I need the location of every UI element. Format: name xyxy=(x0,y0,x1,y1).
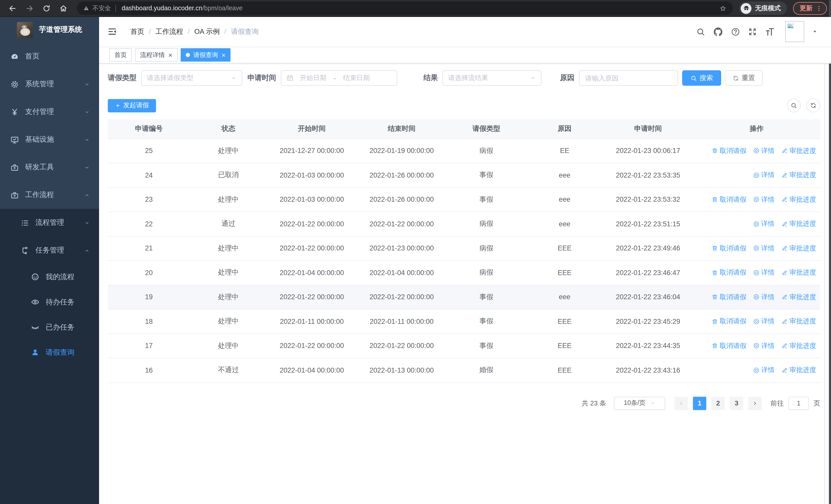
window-edge xyxy=(829,0,831,504)
search-button[interactable]: 搜索 xyxy=(682,70,721,86)
tab-close-icon[interactable]: × xyxy=(168,52,172,58)
reason-input[interactable] xyxy=(585,74,672,82)
table-row[interactable]: 25处理中2021-12-27 00:00:002022-01-19 00:00… xyxy=(108,139,820,163)
tab-process-detail[interactable]: 流程详情× xyxy=(135,48,177,62)
font-size-icon[interactable] xyxy=(765,26,775,37)
header-search-icon[interactable] xyxy=(696,27,705,36)
action-progress[interactable]: 审批进度 xyxy=(781,341,816,350)
leave-type-select[interactable]: 请选择请假类型 xyxy=(141,70,242,86)
action-progress[interactable]: 审批进度 xyxy=(781,268,816,277)
browser-home-icon[interactable] xyxy=(59,4,68,12)
scrollbar-gutter[interactable] xyxy=(824,17,829,504)
user-avatar[interactable] xyxy=(785,21,804,42)
browser-back-icon[interactable] xyxy=(8,4,17,12)
action-cancel[interactable]: 取消请假 xyxy=(711,268,746,277)
table-row[interactable]: 20处理中2022-01-04 00:00:002022-01-04 00:00… xyxy=(108,261,820,285)
action-progress[interactable]: 审批进度 xyxy=(781,219,816,228)
table-row[interactable]: 21处理中2022-01-22 00:00:002022-01-23 00:00… xyxy=(108,236,820,261)
page-button-2[interactable]: 2 xyxy=(711,396,725,410)
reset-button[interactable]: 重置 xyxy=(725,70,763,86)
action-progress[interactable]: 审批进度 xyxy=(781,243,816,253)
address-bar[interactable]: 不安全 dashboard.yudao.iocoder.cn/bpm/oa/le… xyxy=(77,2,733,15)
sidebar-item-system[interactable]: 系统管理 xyxy=(0,70,99,98)
table-row[interactable]: 17处理中2022-01-22 00:00:002022-01-22 00:00… xyxy=(108,334,820,358)
sidebar-item-payment[interactable]: 支付管理 xyxy=(0,98,99,126)
action-detail[interactable]: 详情 xyxy=(753,219,775,228)
date-range-picker[interactable]: 开始日期 - 结束日期 xyxy=(281,70,397,86)
page-button-3[interactable]: 3 xyxy=(730,396,743,410)
page-button-1[interactable]: 1 xyxy=(693,396,706,410)
action-detail[interactable]: 详情 xyxy=(753,341,775,350)
browser-update-menu-button[interactable]: 更新 xyxy=(793,2,827,14)
action-detail[interactable]: 详情 xyxy=(753,365,775,375)
action-progress[interactable]: 审批进度 xyxy=(781,195,816,204)
sidebar-item-devtools[interactable]: 研发工具 xyxy=(0,153,99,181)
sidebar-logo-row[interactable]: 芋道管理系统 xyxy=(0,17,99,42)
action-progress[interactable]: 审批进度 xyxy=(781,292,816,301)
table-row[interactable]: 24已取消2022-01-03 00:00:002022-01-26 00:00… xyxy=(108,163,820,187)
action-progress[interactable]: 审批进度 xyxy=(781,146,816,155)
action-progress[interactable]: 审批进度 xyxy=(781,170,816,180)
sidebar-fold-icon[interactable] xyxy=(107,27,117,36)
breadcrumb-item[interactable]: 工作流程 xyxy=(155,27,183,36)
security-warning-icon[interactable] xyxy=(83,5,89,11)
browser-reload-icon[interactable] xyxy=(42,4,51,12)
bookmark-star-icon[interactable] xyxy=(719,4,727,12)
tags-bar: 首页流程详情×请假查询× xyxy=(99,46,831,64)
tab-leave-query[interactable]: 请假查询× xyxy=(180,48,230,62)
tab-home[interactable]: 首页 xyxy=(109,48,132,62)
table-row[interactable]: 22通过2022-01-22 00:00:002022-01-22 00:00:… xyxy=(108,212,820,236)
action-progress[interactable]: 审批进度 xyxy=(781,317,816,326)
action-cancel[interactable]: 取消请假 xyxy=(711,243,746,253)
action-detail[interactable]: 详情 xyxy=(753,317,775,326)
sidebar-item-infra[interactable]: 基础设施 xyxy=(0,126,99,153)
action-detail[interactable]: 详情 xyxy=(753,170,775,180)
sidebar-item-task-mgmt[interactable]: 任务管理 xyxy=(0,237,99,264)
sidebar-item-my-process[interactable]: 我的流程 xyxy=(0,264,99,290)
result-select[interactable]: 请选择流结果 xyxy=(442,70,542,86)
table-row[interactable]: 16不通过2022-01-04 00:00:002022-01-13 00:00… xyxy=(108,358,820,382)
action-cancel[interactable]: 取消请假 xyxy=(711,317,746,326)
breadcrumb-item[interactable]: OA 示例 xyxy=(194,27,220,36)
fullscreen-icon[interactable] xyxy=(748,27,757,36)
cancel-icon xyxy=(711,245,718,251)
action-cancel[interactable]: 取消请假 xyxy=(711,146,746,155)
detail-icon xyxy=(753,269,760,276)
cell-end: 2022-01-26 00:00:00 xyxy=(357,187,447,212)
sidebar-item-leave-query[interactable]: 请假查询 xyxy=(0,340,99,365)
sidebar-item-home[interactable]: 首页 xyxy=(0,42,99,70)
action-cancel[interactable]: 取消请假 xyxy=(711,341,746,350)
action-detail[interactable]: 详情 xyxy=(753,292,775,301)
avatar-caret-down-icon[interactable] xyxy=(812,29,818,34)
action-detail[interactable]: 详情 xyxy=(753,195,775,204)
cell-actions: 取消请假详情审批进度 xyxy=(693,285,820,309)
browser-forward-icon[interactable] xyxy=(25,4,34,12)
create-leave-button[interactable]: 发起请假 xyxy=(108,99,156,112)
next-page-button[interactable] xyxy=(748,396,762,410)
action-detail[interactable]: 详情 xyxy=(753,268,775,277)
action-detail[interactable]: 详情 xyxy=(753,243,775,253)
cell-start: 2022-01-11 00:00:00 xyxy=(267,309,357,334)
breadcrumb-item[interactable]: 首页 xyxy=(131,27,144,36)
sidebar-item-todo-tasks[interactable]: 待办任务 xyxy=(0,290,99,315)
sidebar-item-process-mgmt[interactable]: 流程管理 xyxy=(0,209,99,237)
help-icon[interactable] xyxy=(731,27,740,36)
action-cancel[interactable]: 取消请假 xyxy=(711,195,746,204)
table-row[interactable]: 19处理中2022-01-22 00:00:002022-01-22 00:00… xyxy=(108,285,820,309)
action-cancel[interactable]: 取消请假 xyxy=(711,292,746,301)
tab-close-icon[interactable]: × xyxy=(222,52,225,58)
toggle-search-button[interactable] xyxy=(787,98,801,112)
result-label: 结果 xyxy=(424,73,438,83)
prev-page-button[interactable] xyxy=(675,396,688,410)
goto-page-input[interactable] xyxy=(789,396,809,410)
sidebar-item-done-tasks[interactable]: 已办任务 xyxy=(0,315,99,340)
action-detail[interactable]: 详情 xyxy=(753,146,775,155)
kebab-menu-icon[interactable] xyxy=(815,4,823,12)
page-size-select[interactable]: 10条/页 xyxy=(614,396,665,410)
sidebar-item-workflow[interactable]: 工作流程 xyxy=(0,181,99,209)
refresh-table-button[interactable] xyxy=(806,98,820,112)
table-row[interactable]: 23处理中2022-01-03 00:00:002022-01-26 00:00… xyxy=(108,187,820,212)
github-icon[interactable] xyxy=(713,26,723,37)
table-row[interactable]: 18处理中2022-01-11 00:00:002022-01-11 00:00… xyxy=(108,309,820,334)
action-progress[interactable]: 审批进度 xyxy=(781,365,816,375)
